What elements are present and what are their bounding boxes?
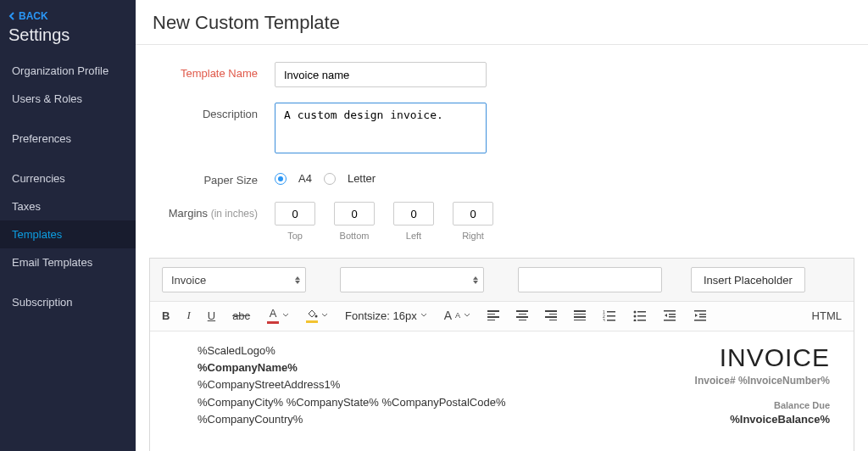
svg-rect-18 [699,314,706,315]
align-left-button[interactable] [487,310,499,320]
align-center-icon [516,310,528,320]
svg-rect-2 [607,311,615,313]
align-justify-button[interactable] [574,310,586,320]
svg-rect-12 [637,320,646,321]
balance-due-label: Balance Due [695,400,830,410]
placeholder-category-select[interactable] [340,267,484,292]
align-right-button[interactable] [545,310,557,320]
strikethrough-button[interactable]: abc [232,309,250,322]
svg-point-11 [634,320,637,322]
chevron-left-icon [8,12,15,20]
outdent-icon [664,309,677,321]
placeholder-scaled-logo: %ScaledLogo% [198,343,505,359]
svg-point-0 [315,315,318,317]
svg-rect-15 [669,316,676,318]
chevron-down-icon [464,313,470,318]
insert-placeholder-button[interactable]: Insert Placeholder [691,267,805,292]
svg-rect-17 [694,310,706,312]
chevron-down-icon [420,313,427,318]
sidebar: BACK Settings Organization Profile Users… [0,0,136,451]
template-type-select-value: Invoice [171,274,206,287]
svg-rect-13 [664,310,676,312]
svg-rect-16 [664,320,676,321]
margin-bottom-input[interactable] [334,202,375,226]
margin-top-label: Top [287,231,303,241]
sidebar-item-taxes[interactable]: Taxes [0,192,136,220]
sidebar-item-currencies[interactable]: Currencies [0,164,136,192]
italic-button[interactable]: I [186,309,190,322]
indent-button[interactable] [694,309,708,321]
svg-rect-19 [699,316,706,318]
page-title: New Custom Template [136,0,868,45]
paper-size-letter-label: Letter [348,172,376,185]
sidebar-item-organization-profile[interactable]: Organization Profile [0,57,136,85]
margin-right-label: Right [462,231,484,241]
margins-label: Margins (in inches) [156,202,275,220]
svg-rect-20 [694,320,706,321]
sidebar-item-templates[interactable]: Templates [0,220,136,248]
svg-rect-6 [607,320,615,321]
margin-left-label: Left [406,231,421,241]
back-label: BACK [19,10,48,22]
svg-rect-4 [607,315,615,317]
ordered-list-button[interactable]: 123 [603,309,616,321]
settings-title: Settings [0,24,136,57]
margin-right-input[interactable] [453,202,493,226]
placeholder-invoice-number: Invoice# %InvoiceNumber% [695,375,830,387]
invoice-heading: INVOICE [695,343,830,372]
paper-size-a4-radio[interactable] [275,173,287,185]
svg-rect-14 [669,314,676,315]
sidebar-item-users-roles[interactable]: Users & Roles [0,85,136,113]
sidebar-item-subscription[interactable]: Subscription [0,288,136,316]
sidebar-item-preferences[interactable]: Preferences [0,125,136,153]
placeholder-company-country: %CompanyCountry% [198,412,505,427]
main-content: New Custom Template Template Name Descri… [136,0,868,451]
template-type-select[interactable]: Invoice [162,267,306,292]
sidebar-item-email-templates[interactable]: Email Templates [0,248,136,276]
unordered-list-icon [633,309,647,321]
font-scale-button[interactable]: AA [444,309,470,322]
svg-rect-10 [637,315,646,317]
placeholder-company-city-state-zip: %CompanyCity% %CompanyState% %CompanyPos… [198,395,505,410]
ordered-list-icon: 123 [603,309,616,321]
paper-size-a4-label: A4 [298,172,312,185]
form-area: Template Name Description A custom desig… [136,45,868,258]
paper-size-letter-radio[interactable] [324,173,336,185]
outdent-button[interactable] [664,309,677,321]
align-left-icon [487,310,499,320]
bold-button[interactable]: B [162,309,170,322]
chevron-updown-icon [473,276,478,284]
html-source-button[interactable]: HTML [812,309,842,322]
svg-point-9 [634,315,637,318]
template-name-input[interactable] [275,62,487,87]
svg-text:3: 3 [603,318,605,321]
back-link[interactable]: BACK [0,5,136,24]
font-size-select[interactable]: Fontsize: 16px [345,309,427,322]
placeholder-company-street: %CompanyStreetAddress1% [198,377,505,393]
margin-bottom-label: Bottom [340,231,370,241]
highlight-color-button[interactable] [306,309,328,323]
unordered-list-button[interactable] [633,309,647,321]
editor-canvas[interactable]: %ScaledLogo% %CompanyName% %CompanyStree… [150,331,854,451]
chevron-updown-icon [295,276,300,284]
chevron-down-icon [282,313,289,318]
align-right-icon [545,310,557,320]
indent-icon [694,309,708,321]
align-justify-icon [574,310,586,320]
description-textarea[interactable]: A custom design invoice. [275,103,487,153]
paper-size-label: Paper Size [156,169,275,187]
paint-bucket-icon [306,309,318,319]
placeholder-search-input[interactable] [518,267,662,292]
svg-rect-8 [637,311,646,313]
align-center-button[interactable] [516,310,528,320]
font-color-button[interactable]: A [267,307,289,324]
editor: Invoice Insert Placeholder B I U abc [149,258,854,451]
placeholder-company-name: %CompanyName% [198,360,505,376]
underline-button[interactable]: U [208,309,215,322]
margin-top-input[interactable] [275,202,315,226]
margin-left-input[interactable] [393,202,434,226]
svg-point-7 [634,311,637,314]
placeholder-invoice-balance: %InvoiceBalance% [695,413,830,426]
chevron-down-icon [321,313,328,318]
description-label: Description [156,103,275,120]
